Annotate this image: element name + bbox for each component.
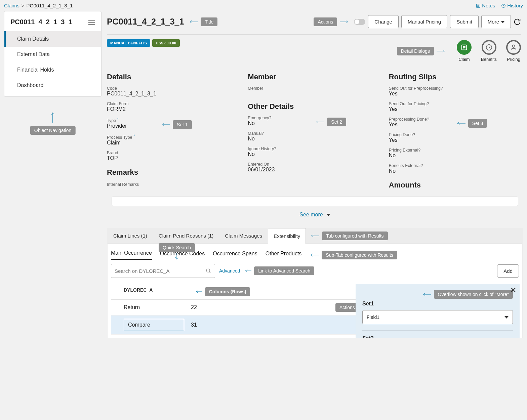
breadcrumb-current: PC0011_4_2_1_3_1 [27,3,73,8]
subtab-other[interactable]: Other Products [266,251,302,259]
breadcrumb: Claims > PC0011_4_2_1_3_1 [4,3,73,8]
emergency-value: No [248,120,254,126]
breadcrumb-root[interactable]: Claims [4,3,19,8]
refresh-icon[interactable] [514,18,521,26]
badge-manual-benefits: MANUAL BENEFITS [107,39,150,47]
pricingext-value: No [389,153,396,158]
ann-tab-results: Tab configured with Results [322,232,388,240]
ignore-label: Ignore History? [248,146,382,151]
clock-icon [485,44,493,51]
remarks-heading: Remarks [107,168,241,177]
clock-icon [501,3,506,8]
tab-pend-reasons[interactable]: Claim Pend Reasons (1) [153,228,219,244]
ptype-value: Claim [107,140,121,145]
nav-dashboard[interactable]: Dashboard [4,78,101,93]
manual-value: No [248,136,254,141]
col-dylorec: DYLOREC_A [114,287,191,296]
dialog-benefits[interactable]: Benefits [481,40,497,62]
history-link[interactable]: History [501,3,523,8]
overflow-set2-heading: Set2 [362,335,513,338]
more-button[interactable]: More [481,15,511,28]
svg-point-21 [206,269,210,272]
routing-heading: Routing Slips [389,73,523,81]
svg-point-14 [512,45,515,47]
submit-button[interactable]: Submit [450,15,479,28]
manual-label: Manual? [248,131,382,136]
close-icon[interactable]: ✕ [510,286,516,295]
dialog-claim[interactable]: Claim [457,40,472,62]
preprocdone-value: Yes [389,122,398,127]
pricing-send-value: Yes [389,106,398,112]
subtab-main[interactable]: Main Occurrence [111,250,152,260]
svg-line-22 [209,271,211,273]
row-name: Compare [124,319,184,331]
tab-claim-lines[interactable]: Claim Lines (1) [108,228,153,244]
form-value: FORM2 [107,106,126,112]
badge-amount: US$ 300.00 [152,39,179,47]
entered-label: Entered On [248,162,382,167]
benefitsext-value: No [389,168,396,174]
benefitsext-label: Benefits External? [389,163,523,168]
preproc-label: Send Out for Preprocessing? [389,86,523,91]
code-label: Code [107,86,241,91]
search-icon[interactable] [206,268,211,274]
tab-extensibility[interactable]: Extensibility [268,228,306,244]
person-icon [510,44,517,51]
ann-adv-link: Link to Advanced Search [254,266,314,275]
ann-set1: Set 1 [173,120,192,129]
remarks-box [112,196,518,206]
add-button[interactable]: Add [497,264,519,278]
ann-set2: Set 2 [327,118,346,126]
pricingdone-value: Yes [389,137,398,143]
chevron-down-icon [326,214,330,216]
code-value: PC0011_4_2_1_3_1 [107,91,156,96]
subtab-spans[interactable]: Occurrence Spans [213,251,257,259]
member-heading: Member [248,73,382,81]
nav-claim-details[interactable]: Claim Details [4,31,101,47]
form-label: Claim Form [107,101,241,106]
pricingext-label: Pricing External? [389,148,523,153]
manual-pricing-button[interactable]: Manual Pricing [401,15,447,28]
ptype-label: Process Type * [107,134,241,140]
ann-columns: Columns (Rows) [205,287,250,296]
see-more-link[interactable]: See more [107,208,523,222]
row-val: 22 [191,304,231,310]
breadcrumb-sep: > [22,3,25,8]
page-title: PC0011_4_2_1_3_1 [107,17,184,27]
internal-remarks-label: Internal Remarks [107,182,139,187]
row-name: Return [114,304,191,310]
field1-select[interactable]: Field1 [362,310,513,324]
advanced-link[interactable]: Advanced [219,268,240,274]
overflow-panel: ✕ Overflow shown on click of "More" Set1… [356,284,520,338]
note-icon [476,3,481,8]
ann-subtab-results: Sub-Tab configured with Results [322,251,397,259]
search-input[interactable] [115,268,206,274]
notes-link[interactable]: Notes [476,3,495,8]
change-button[interactable]: Change [368,15,399,28]
ann-actions: Actions [314,17,337,26]
nav-external-data[interactable]: External Data [4,47,101,62]
amounts-heading: Amounts [389,181,523,190]
member-label: Member [248,86,382,91]
ann-overflow: Overflow shown on click of "More" [434,290,513,299]
nav-financial-holds[interactable]: Financial Holds [4,62,101,78]
toggle-switch[interactable] [354,19,365,25]
brand-label: Brand [107,151,241,155]
list-icon [460,44,468,51]
ann-set3: Set 3 [468,119,487,128]
sidebar: PC0011_4_2_1_3_1 Claim Details External … [4,11,102,97]
pricingdone-label: Pricing Done? [389,132,523,137]
pricing-send-label: Send Out for Pricing? [389,101,523,106]
ann-title: Title [201,17,217,26]
ignore-value: No [248,151,254,157]
dialog-pricing[interactable]: Pricing [506,40,521,62]
ann-quick-search: Quick Search [159,243,195,252]
brand-value: TOP [107,155,118,161]
entered-value: 06/01/2023 [248,167,275,172]
overflow-set1-heading: Set1 [362,301,513,307]
tab-messages[interactable]: Claim Messages [219,228,268,244]
preproc-value: Yes [389,91,398,96]
hamburger-icon[interactable] [88,18,95,26]
search-box [111,264,215,278]
row-val: 31 [191,322,231,328]
